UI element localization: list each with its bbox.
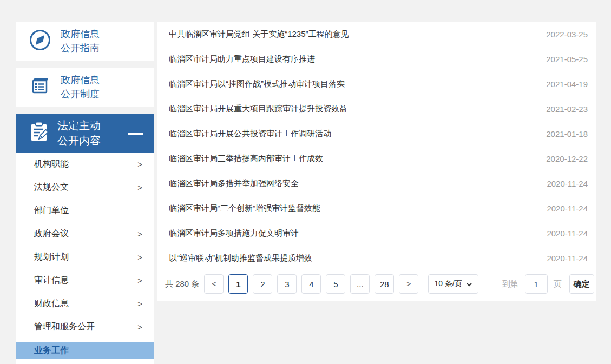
page-button-3[interactable]: 3 <box>277 274 297 294</box>
list-item[interactable]: 以“巡审联动”机制助推监督成果提质增效 2020-11-24 <box>169 246 588 270</box>
book-icon <box>28 74 52 100</box>
sidebar-item-departments[interactable]: 部门单位 <box>16 199 154 222</box>
chevron-down-icon <box>466 280 472 288</box>
list-item[interactable]: 临淄区审计局开展重大项目跟踪审计提升投资效益 2021-02-23 <box>169 96 588 121</box>
article-link[interactable]: 临淄区审计局开展重大项目跟踪审计提升投资效益 <box>169 104 347 114</box>
list-item[interactable]: 临淄区审计局开展公共投资审计工作调研活动 2021-01-18 <box>169 121 588 146</box>
chevron-right-icon: > <box>137 299 142 308</box>
list-item[interactable]: 临淄区审计局多项措施力促文明审计 2020-11-24 <box>169 221 588 246</box>
page-button-2[interactable]: 2 <box>253 274 272 294</box>
sidebar-item-audit-info[interactable]: 审计信息 > <box>16 269 154 292</box>
sidebar-menu: 机构职能 > 法规公文 > 部门单位 政府会议 > 规划计划 > 审计信息 > … <box>16 153 154 364</box>
article-date: 2022-03-25 <box>546 30 588 39</box>
sidebar-item-guide-label: 政府信息 公开指南 <box>61 27 100 55</box>
article-date: 2021-05-25 <box>546 55 588 64</box>
page-button-28[interactable]: 28 <box>375 274 394 294</box>
page-button-4[interactable]: 4 <box>301 274 321 294</box>
sidebar-item-system[interactable]: 政府信息 公开制度 <box>16 68 154 107</box>
article-link[interactable]: 以“巡审联动”机制助推监督成果提质增效 <box>169 253 312 263</box>
chevron-right-icon: > <box>137 253 142 262</box>
chevron-right-icon: > <box>137 322 142 332</box>
compass-icon <box>28 28 52 54</box>
total-count-label: 共 280 条 <box>165 279 199 289</box>
article-link[interactable]: 临淄区审计局“三个创新”增强审计监督效能 <box>169 203 320 214</box>
list-item[interactable]: 临淄区审计局以“挂图作战”模式推动审计项目落实 2021-04-19 <box>169 71 588 96</box>
chevron-right-icon: > <box>137 160 142 169</box>
article-date: 2020-11-24 <box>547 229 588 238</box>
sidebar-item-management-services[interactable]: 管理和服务公开 > <box>16 315 154 339</box>
page-size-select[interactable]: 10 条/页 <box>428 274 478 294</box>
sidebar-item-gov-meetings[interactable]: 政府会议 > <box>16 222 154 246</box>
article-link[interactable]: 临淄区审计局三举措提高内部审计工作成效 <box>169 154 323 164</box>
goto-page-label: 到第 <box>502 279 518 289</box>
article-date: 2020-11-24 <box>547 204 588 213</box>
chevron-right-icon: > <box>137 276 142 285</box>
article-link[interactable]: 临淄区审计局开展公共投资审计工作调研活动 <box>169 129 331 139</box>
sidebar-item-system-label: 政府信息 公开制度 <box>61 73 100 101</box>
goto-page-unit-label: 页 <box>554 279 562 289</box>
list-item[interactable]: 临淄区审计局三举措提高内部审计工作成效 2020-12-22 <box>169 146 588 171</box>
article-date: 2020-12-22 <box>546 154 588 163</box>
sidebar-item-org-functions[interactable]: 机构职能 > <box>16 153 154 176</box>
clipboard-pen-icon <box>28 120 50 146</box>
article-list-panel: 中共临淄区审计局党组 关于实施“1235”工程的意见 2022-03-25 临淄… <box>157 22 596 301</box>
page-button-5[interactable]: 5 <box>326 274 345 294</box>
article-link[interactable]: 临淄区审计局以“挂图作战”模式推动审计项目落实 <box>169 79 345 89</box>
article-link[interactable]: 临淄区审计局多项措施力促文明审计 <box>169 228 299 239</box>
pagination-bar: 共 280 条 < 1 2 3 4 5 ... 28 > 10 条/页 到第 页… <box>157 274 596 294</box>
goto-page-input[interactable] <box>525 274 548 294</box>
confirm-button[interactable]: 确定 <box>569 274 594 294</box>
list-item[interactable]: 临淄区审计局“三个创新”增强审计监督效能 2020-11-24 <box>169 196 588 221</box>
article-link[interactable]: 临淄区审计局多措并举加强网络安全 <box>169 178 299 189</box>
article-link[interactable]: 临淄区审计局助力重点项目建设有序推进 <box>169 54 315 64</box>
prev-page-button[interactable]: < <box>204 274 224 294</box>
sidebar: 政府信息 公开指南 政府信息 公开制度 <box>16 22 154 364</box>
chevron-right-icon: > <box>137 183 142 192</box>
list-item[interactable]: 临淄区审计局助力重点项目建设有序推进 2021-05-25 <box>169 47 588 71</box>
next-page-button[interactable]: > <box>399 274 418 294</box>
chevron-right-icon: > <box>137 229 142 239</box>
sidebar-item-regulations[interactable]: 法规公文 > <box>16 176 154 199</box>
article-date: 2021-02-23 <box>546 104 588 114</box>
article-date: 2021-04-19 <box>546 80 588 89</box>
article-date: 2020-11-24 <box>547 254 588 263</box>
chevron-left-icon: < <box>212 280 216 288</box>
article-list: 中共临淄区审计局党组 关于实施“1235”工程的意见 2022-03-25 临淄… <box>157 22 596 270</box>
article-date: 2021-01-18 <box>546 129 588 138</box>
chevron-right-icon: > <box>406 280 411 288</box>
sidebar-item-planning[interactable]: 规划计划 > <box>16 246 154 269</box>
minus-collapse-icon[interactable] <box>128 133 143 135</box>
sidebar-item-guide[interactable]: 政府信息 公开指南 <box>16 22 154 61</box>
sidebar-item-business-work[interactable]: 业务工作 <box>16 342 154 359</box>
sidebar-section-legal-disclosure[interactable]: 法定主动 公开内容 <box>16 114 154 153</box>
article-date: 2020-11-24 <box>547 179 588 188</box>
sidebar-section-label: 法定主动 公开内容 <box>57 118 101 148</box>
page-ellipsis-button[interactable]: ... <box>350 274 370 294</box>
page-button-1[interactable]: 1 <box>228 274 248 294</box>
list-item[interactable]: 中共临淄区审计局党组 关于实施“1235”工程的意见 2022-03-25 <box>169 22 588 47</box>
sidebar-item-fiscal-info[interactable]: 财政信息 > <box>16 292 154 315</box>
article-link[interactable]: 中共临淄区审计局党组 关于实施“1235”工程的意见 <box>169 29 349 39</box>
list-item[interactable]: 临淄区审计局多措并举加强网络安全 2020-11-24 <box>169 171 588 196</box>
